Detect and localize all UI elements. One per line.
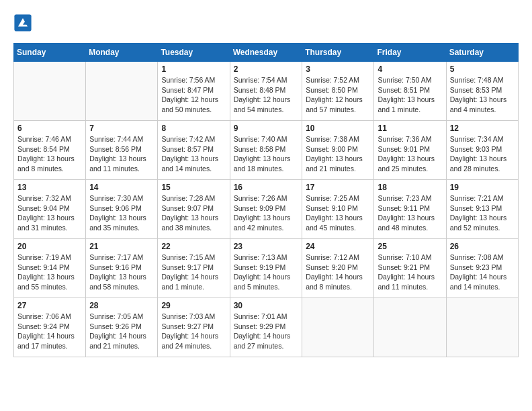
calendar-cell: 2Sunrise: 7:54 AM Sunset: 8:48 PM Daylig…	[230, 62, 302, 121]
calendar-cell: 29Sunrise: 7:03 AM Sunset: 9:27 PM Dayli…	[158, 298, 230, 357]
weekday-header-row: SundayMondayTuesdayWednesdayThursdayFrid…	[14, 44, 519, 62]
day-info: Sunrise: 7:52 AM Sunset: 8:50 PM Dayligh…	[306, 75, 370, 115]
day-number: 18	[378, 183, 442, 192]
day-number: 13	[17, 183, 82, 192]
calendar-week-5: 27Sunrise: 7:06 AM Sunset: 9:24 PM Dayli…	[14, 298, 519, 357]
day-number: 27	[17, 301, 82, 310]
day-info: Sunrise: 7:21 AM Sunset: 9:13 PM Dayligh…	[450, 193, 515, 233]
day-info: Sunrise: 7:38 AM Sunset: 9:00 PM Dayligh…	[306, 134, 370, 174]
day-number: 26	[450, 242, 515, 251]
day-number: 2	[234, 64, 299, 74]
day-info: Sunrise: 7:05 AM Sunset: 9:26 PM Dayligh…	[89, 312, 154, 351]
calendar-cell: 12Sunrise: 7:34 AM Sunset: 9:03 PM Dayli…	[446, 121, 518, 180]
weekday-header-thursday: Thursday	[302, 44, 374, 62]
calendar-cell	[374, 298, 446, 357]
calendar-cell: 13Sunrise: 7:32 AM Sunset: 9:04 PM Dayli…	[14, 180, 86, 239]
calendar-cell: 25Sunrise: 7:10 AM Sunset: 9:21 PM Dayli…	[374, 239, 446, 298]
calendar-cell: 18Sunrise: 7:23 AM Sunset: 9:11 PM Dayli…	[374, 180, 446, 239]
day-info: Sunrise: 7:19 AM Sunset: 9:14 PM Dayligh…	[17, 253, 82, 292]
day-info: Sunrise: 7:36 AM Sunset: 9:01 PM Dayligh…	[378, 134, 442, 174]
day-info: Sunrise: 7:46 AM Sunset: 8:54 PM Dayligh…	[17, 134, 82, 174]
day-number: 3	[306, 64, 370, 74]
day-info: Sunrise: 7:48 AM Sunset: 8:53 PM Dayligh…	[450, 75, 515, 115]
day-number: 11	[378, 124, 442, 133]
day-number: 8	[161, 124, 226, 133]
day-number: 14	[89, 183, 154, 192]
calendar-table: SundayMondayTuesdayWednesdayThursdayFrid…	[13, 43, 519, 357]
calendar-cell: 26Sunrise: 7:08 AM Sunset: 9:23 PM Dayli…	[446, 239, 518, 298]
day-number: 21	[89, 242, 154, 251]
day-info: Sunrise: 7:44 AM Sunset: 8:56 PM Dayligh…	[89, 134, 154, 174]
day-number: 24	[306, 242, 370, 251]
weekday-header-sunday: Sunday	[14, 44, 86, 62]
day-info: Sunrise: 7:26 AM Sunset: 9:09 PM Dayligh…	[234, 193, 299, 233]
calendar-cell: 7Sunrise: 7:44 AM Sunset: 8:56 PM Daylig…	[86, 121, 158, 180]
day-info: Sunrise: 7:13 AM Sunset: 9:19 PM Dayligh…	[234, 253, 299, 292]
day-info: Sunrise: 7:15 AM Sunset: 9:17 PM Dayligh…	[161, 253, 226, 292]
calendar-cell: 20Sunrise: 7:19 AM Sunset: 9:14 PM Dayli…	[14, 239, 86, 298]
day-number: 5	[450, 64, 515, 74]
day-info: Sunrise: 7:28 AM Sunset: 9:07 PM Dayligh…	[161, 193, 226, 233]
day-number: 10	[306, 124, 370, 133]
day-number: 30	[234, 301, 299, 310]
day-number: 16	[234, 183, 299, 192]
day-info: Sunrise: 7:17 AM Sunset: 9:16 PM Dayligh…	[89, 253, 154, 292]
calendar-cell: 19Sunrise: 7:21 AM Sunset: 9:13 PM Dayli…	[446, 180, 518, 239]
calendar-week-4: 20Sunrise: 7:19 AM Sunset: 9:14 PM Dayli…	[14, 239, 519, 298]
calendar-cell: 9Sunrise: 7:40 AM Sunset: 8:58 PM Daylig…	[230, 121, 302, 180]
day-number: 19	[450, 183, 515, 192]
weekday-header-wednesday: Wednesday	[230, 44, 302, 62]
day-number: 12	[450, 124, 515, 133]
day-number: 20	[17, 242, 82, 251]
calendar-week-3: 13Sunrise: 7:32 AM Sunset: 9:04 PM Dayli…	[14, 180, 519, 239]
logo	[13, 13, 35, 32]
day-info: Sunrise: 7:42 AM Sunset: 8:57 PM Dayligh…	[161, 134, 226, 174]
weekday-header-monday: Monday	[86, 44, 158, 62]
page-header	[13, 13, 519, 32]
calendar-cell: 11Sunrise: 7:36 AM Sunset: 9:01 PM Dayli…	[374, 121, 446, 180]
day-number: 9	[234, 124, 299, 133]
calendar-cell: 21Sunrise: 7:17 AM Sunset: 9:16 PM Dayli…	[86, 239, 158, 298]
day-number: 7	[89, 124, 154, 133]
day-info: Sunrise: 7:32 AM Sunset: 9:04 PM Dayligh…	[17, 193, 82, 233]
day-number: 6	[17, 124, 82, 133]
day-number: 23	[234, 242, 299, 251]
calendar-cell: 22Sunrise: 7:15 AM Sunset: 9:17 PM Dayli…	[158, 239, 230, 298]
day-number: 28	[89, 301, 154, 310]
day-info: Sunrise: 7:12 AM Sunset: 9:20 PM Dayligh…	[306, 253, 370, 292]
calendar-week-1: 1Sunrise: 7:56 AM Sunset: 8:47 PM Daylig…	[14, 62, 519, 121]
calendar-cell: 16Sunrise: 7:26 AM Sunset: 9:09 PM Dayli…	[230, 180, 302, 239]
day-info: Sunrise: 7:06 AM Sunset: 9:24 PM Dayligh…	[17, 312, 82, 351]
calendar-cell: 24Sunrise: 7:12 AM Sunset: 9:20 PM Dayli…	[302, 239, 374, 298]
calendar-cell: 30Sunrise: 7:01 AM Sunset: 9:29 PM Dayli…	[230, 298, 302, 357]
day-info: Sunrise: 7:01 AM Sunset: 9:29 PM Dayligh…	[234, 312, 299, 351]
day-number: 25	[378, 242, 442, 251]
calendar-cell	[14, 62, 86, 121]
calendar-cell: 28Sunrise: 7:05 AM Sunset: 9:26 PM Dayli…	[86, 298, 158, 357]
calendar-cell: 5Sunrise: 7:48 AM Sunset: 8:53 PM Daylig…	[446, 62, 518, 121]
calendar-cell: 3Sunrise: 7:52 AM Sunset: 8:50 PM Daylig…	[302, 62, 374, 121]
day-info: Sunrise: 7:03 AM Sunset: 9:27 PM Dayligh…	[161, 312, 226, 351]
day-info: Sunrise: 7:34 AM Sunset: 9:03 PM Dayligh…	[450, 134, 515, 174]
day-info: Sunrise: 7:50 AM Sunset: 8:51 PM Dayligh…	[378, 75, 442, 115]
day-info: Sunrise: 7:08 AM Sunset: 9:23 PM Dayligh…	[450, 253, 515, 292]
weekday-header-friday: Friday	[374, 44, 446, 62]
calendar-cell: 23Sunrise: 7:13 AM Sunset: 9:19 PM Dayli…	[230, 239, 302, 298]
weekday-header-saturday: Saturday	[446, 44, 518, 62]
day-number: 22	[161, 242, 226, 251]
calendar-cell: 4Sunrise: 7:50 AM Sunset: 8:51 PM Daylig…	[374, 62, 446, 121]
calendar-cell	[86, 62, 158, 121]
calendar-cell: 15Sunrise: 7:28 AM Sunset: 9:07 PM Dayli…	[158, 180, 230, 239]
day-info: Sunrise: 7:25 AM Sunset: 9:10 PM Dayligh…	[306, 193, 370, 233]
day-number: 1	[161, 64, 226, 74]
day-info: Sunrise: 7:30 AM Sunset: 9:06 PM Dayligh…	[89, 193, 154, 233]
day-info: Sunrise: 7:10 AM Sunset: 9:21 PM Dayligh…	[378, 253, 442, 292]
day-info: Sunrise: 7:23 AM Sunset: 9:11 PM Dayligh…	[378, 193, 442, 233]
day-info: Sunrise: 7:56 AM Sunset: 8:47 PM Dayligh…	[161, 75, 226, 115]
calendar-cell	[446, 298, 518, 357]
calendar-cell: 14Sunrise: 7:30 AM Sunset: 9:06 PM Dayli…	[86, 180, 158, 239]
calendar-cell: 6Sunrise: 7:46 AM Sunset: 8:54 PM Daylig…	[14, 121, 86, 180]
day-number: 29	[161, 301, 226, 310]
day-number: 15	[161, 183, 226, 192]
calendar-cell	[302, 298, 374, 357]
